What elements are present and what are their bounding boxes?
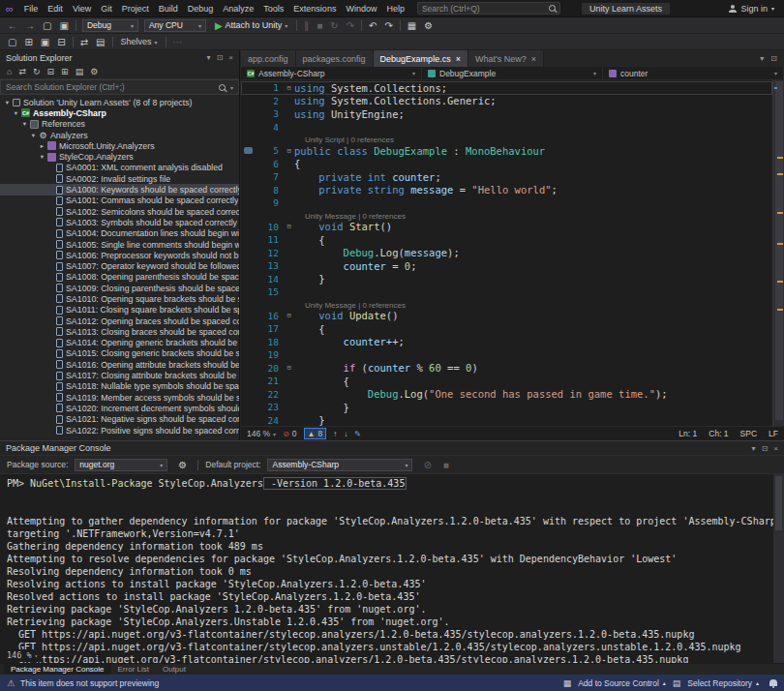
- tree-item[interactable]: SA1002: Semicolons should be spaced corr…: [0, 206, 239, 217]
- menu-window[interactable]: Window: [341, 0, 381, 17]
- tree-item[interactable]: ▾References: [0, 119, 239, 130]
- clear-console-icon[interactable]: ⊘: [419, 457, 435, 473]
- expand-icon[interactable]: ▸: [38, 142, 46, 150]
- code-line[interactable]: 24 }: [241, 414, 772, 427]
- sign-in-button[interactable]: Sign in ▾: [729, 4, 774, 14]
- attach-to-unity-button[interactable]: ▶ Attach to Unity ▾: [209, 17, 293, 34]
- column-indicator[interactable]: Ch: 1: [709, 429, 728, 438]
- tree-item[interactable]: SA0002: Invalid settings file: [0, 173, 239, 184]
- collapse-icon[interactable]: ▾: [12, 109, 20, 117]
- tree-item[interactable]: ▾C#Assembly-CSharp: [0, 107, 239, 118]
- menu-debug[interactable]: Debug: [183, 0, 219, 17]
- package-source-settings-icon[interactable]: ⚙: [174, 457, 191, 473]
- indent-indicator[interactable]: SPC: [740, 429, 757, 438]
- menu-extensions[interactable]: Extensions: [288, 0, 341, 17]
- console-output[interactable]: PM> NuGet\Install-Package StyleCop.Analy…: [0, 474, 784, 663]
- code-line[interactable]: 21 {: [241, 375, 772, 388]
- edit-icon[interactable]: ✎: [354, 430, 361, 438]
- previous-issue-icon[interactable]: ↑: [333, 430, 337, 438]
- warning-count[interactable]: ▲ 8: [304, 428, 327, 439]
- menu-help[interactable]: Help: [381, 0, 409, 17]
- code-line[interactable]: 18 counter++;: [241, 336, 772, 349]
- window-menu-icon[interactable]: ▾: [752, 444, 756, 453]
- code-line[interactable]: 5⊟public class DebugExample : MonoBehavi…: [241, 144, 772, 158]
- refresh-icon[interactable]: ↻: [33, 67, 41, 76]
- breadcrumb-counter[interactable]: counter▾: [603, 67, 784, 79]
- tree-item[interactable]: ▸Microsoft.Unity.Analyzers: [0, 140, 239, 151]
- breadcrumb-debugexample[interactable]: DebugExample▾: [422, 67, 603, 79]
- properties-icon[interactable]: ▤: [75, 67, 84, 76]
- float-window-icon[interactable]: ⊡: [770, 54, 777, 63]
- fold-icon[interactable]: ⊟: [284, 364, 294, 372]
- find-in-files-icon[interactable]: ▦: [404, 17, 420, 34]
- tree-item[interactable]: SA1020: Increment decrement symbols shou…: [0, 403, 239, 413]
- tree-item[interactable]: SA1021: Negative signs should be spaced …: [0, 414, 239, 425]
- code-line[interactable]: 6{: [241, 158, 772, 171]
- collapse-icon[interactable]: ▾: [29, 132, 38, 139]
- menu-git[interactable]: Git: [96, 0, 117, 17]
- code-line[interactable]: 9: [241, 196, 772, 210]
- collapse-icon[interactable]: ▾: [20, 120, 29, 128]
- scrollbar-thumb[interactable]: [775, 476, 782, 530]
- code-line[interactable]: 8 private string message = "Hello world"…: [241, 184, 772, 197]
- select-repository-button[interactable]: Select Repository ▴: [687, 678, 759, 688]
- compare-icon[interactable]: ⇄: [76, 34, 92, 50]
- platform-dropdown[interactable]: Any CPU ▾: [144, 19, 206, 32]
- close-icon[interactable]: ×: [228, 53, 233, 62]
- error-count[interactable]: ⊘ 0: [283, 429, 296, 438]
- code-line[interactable]: 12 Debug.Log(message);: [241, 247, 772, 260]
- tree-item[interactable]: SA1006: Preprocessor keywords should not…: [0, 250, 239, 260]
- code-line[interactable]: 13 counter = 0;: [241, 259, 772, 273]
- scrollbar-thumb[interactable]: [775, 81, 783, 420]
- tree-item[interactable]: SA1005: Single line comments should begi…: [0, 239, 239, 250]
- quick-search-box[interactable]: Search (Ctrl+Q): [417, 2, 560, 15]
- package-source-dropdown[interactable]: nuget.org ▾: [75, 459, 167, 471]
- tab-what-s-new-[interactable]: What's New?×: [468, 50, 544, 67]
- tab-close-icon[interactable]: ×: [456, 54, 461, 64]
- tree-item[interactable]: SA1003: Symbols should be spaced correct…: [0, 217, 239, 227]
- notifications-bell-icon[interactable]: [769, 679, 777, 686]
- tab-close-icon[interactable]: ×: [531, 54, 536, 64]
- menu-edit[interactable]: Edit: [43, 0, 68, 17]
- fold-icon[interactable]: ⊟: [284, 147, 294, 155]
- redo-icon[interactable]: ↷: [380, 17, 396, 34]
- line-indicator[interactable]: Ln: 1: [678, 429, 697, 438]
- tree-item[interactable]: SA1000: Keywords should be spaced correc…: [0, 184, 239, 195]
- code-line[interactable]: 1⊟using System.Collections;: [241, 81, 772, 95]
- navigate-back-icon[interactable]: ←: [4, 17, 21, 34]
- show-all-files-icon[interactable]: ⊞: [61, 67, 69, 76]
- home-icon[interactable]: ⌂: [7, 67, 12, 76]
- tree-item[interactable]: SA1022: Positive signs should be spaced …: [0, 425, 239, 436]
- collapse-icon[interactable]: ▾: [38, 153, 46, 161]
- code-line[interactable]: 22 Debug.Log("One second has passed in g…: [241, 388, 772, 402]
- window-menu-icon[interactable]: ▾: [207, 53, 211, 62]
- undo-icon[interactable]: ↶: [365, 17, 380, 34]
- gear-icon[interactable]: ⚙: [90, 67, 98, 76]
- tree-item[interactable]: SA1004: Documentation lines should begin…: [0, 228, 239, 239]
- pin-icon[interactable]: ⊡: [762, 444, 769, 453]
- solution-explorer-search[interactable]: Search Solution Explorer (Ctrl+;) ▾: [0, 79, 239, 95]
- navigate-forward-icon[interactable]: →: [21, 17, 39, 34]
- tab-app-config[interactable]: app.config: [241, 50, 296, 67]
- ellipsis-icon[interactable]: ⋯: [169, 34, 187, 50]
- tree-item[interactable]: ▾StyleCop.Analyzers: [0, 151, 239, 162]
- codelens-indicator[interactable]: Unity Message | 0 references: [241, 210, 772, 221]
- add-to-source-control-button[interactable]: Add to Source Control ▴: [578, 678, 666, 688]
- code-line[interactable]: 16⊟ void Update(): [241, 310, 772, 323]
- tree-item[interactable]: SA1009: Closing parenthesis should be sp…: [0, 283, 239, 293]
- pin-icon[interactable]: ⊡: [217, 53, 224, 62]
- panel-tab-output[interactable]: Output: [156, 664, 193, 676]
- tab-debugexample-cs[interactable]: DebugExample.cs×: [374, 50, 468, 67]
- code-line[interactable]: 20⊟ if (counter % 60 == 0): [241, 362, 772, 376]
- menu-analyze[interactable]: Analyze: [218, 0, 258, 17]
- tree-item[interactable]: SA1008: Opening parenthesis should be sp…: [0, 272, 239, 283]
- tree-item[interactable]: SA1010: Opening square brackets should b…: [0, 293, 239, 304]
- tree-item[interactable]: SA1011: Closing square brackets should b…: [0, 305, 239, 315]
- code-line[interactable]: 10⊟ void Start(): [241, 221, 772, 234]
- tree-item[interactable]: SA0001: XML comment analysis disabled: [0, 163, 239, 173]
- tree-item[interactable]: SA1013: Closing braces should be spaced …: [0, 326, 239, 337]
- code-line[interactable]: 19: [241, 348, 772, 362]
- editor-zoom-dropdown[interactable]: 146 % ▾: [247, 429, 276, 438]
- document-list-icon[interactable]: ▾: [760, 54, 764, 63]
- code-line[interactable]: 14 }: [241, 273, 772, 286]
